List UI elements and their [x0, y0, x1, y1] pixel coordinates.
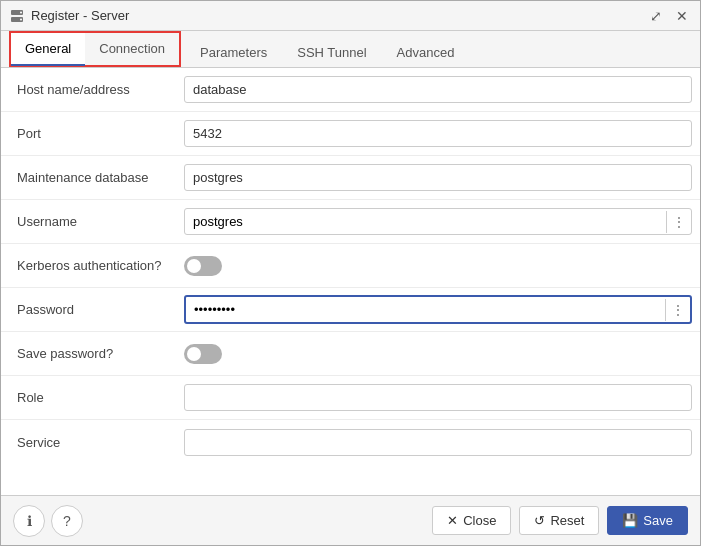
field-port [176, 114, 700, 153]
form-wrapper: Host name/address Port Maintenance datab… [1, 68, 700, 464]
label-port: Port [1, 118, 176, 149]
expand-button[interactable]: ⤢ [646, 6, 666, 26]
svg-point-2 [20, 11, 22, 13]
tabs-row: General Connection Parameters SSH Tunnel… [1, 31, 700, 68]
label-kerberos: Kerberos authentication? [1, 250, 176, 281]
close-button[interactable]: ✕ Close [432, 506, 511, 535]
label-service: Service [1, 427, 176, 458]
form-row-save-password: Save password? [1, 332, 700, 376]
username-side-button[interactable]: ⋮ [666, 211, 691, 233]
input-service[interactable] [184, 429, 692, 456]
info-icon: ℹ [27, 513, 32, 529]
field-maintenance-db [176, 158, 700, 197]
label-host: Host name/address [1, 74, 176, 105]
form-row-port: Port [1, 112, 700, 156]
dialog-window: Register - Server ⤢ ✕ General Connection… [0, 0, 701, 546]
form-row-password: Password ⋮ [1, 288, 700, 332]
save-icon: 💾 [622, 513, 638, 528]
label-password: Password [1, 294, 176, 325]
svg-point-3 [20, 18, 22, 20]
tab-advanced[interactable]: Advanced [382, 36, 470, 68]
help-button[interactable]: ? [51, 505, 83, 537]
input-maintenance-db[interactable] [184, 164, 692, 191]
toggle-save-password-thumb [187, 347, 201, 361]
tab-general[interactable]: General [11, 33, 85, 66]
password-input-group: ⋮ [184, 295, 692, 324]
close-label: Close [463, 513, 496, 528]
input-role[interactable] [184, 384, 692, 411]
tab-group-box: General Connection [9, 31, 181, 67]
label-save-password: Save password? [1, 338, 176, 369]
toggle-kerberos-thumb [187, 259, 201, 273]
reset-icon: ↺ [534, 513, 545, 528]
field-password: ⋮ [176, 289, 700, 330]
help-icon: ? [63, 513, 71, 529]
footer-right: ✕ Close ↺ Reset 💾 Save [432, 506, 688, 535]
close-icon: ✕ [447, 513, 458, 528]
form-row-maintenance-db: Maintenance database [1, 156, 700, 200]
field-host [176, 70, 700, 109]
footer: ℹ ? ✕ Close ↺ Reset 💾 Save [1, 495, 700, 545]
field-role [176, 378, 700, 417]
toggle-kerberos-track [184, 256, 222, 276]
toggle-save-password-track [184, 344, 222, 364]
label-username: Username [1, 206, 176, 237]
toggle-kerberos[interactable] [184, 256, 222, 276]
form-row-kerberos: Kerberos authentication? [1, 244, 700, 288]
info-button[interactable]: ℹ [13, 505, 45, 537]
tab-ssh-tunnel[interactable]: SSH Tunnel [282, 36, 381, 68]
form-row-username: Username ⋮ [1, 200, 700, 244]
form-row-host: Host name/address [1, 68, 700, 112]
title-bar: Register - Server ⤢ ✕ [1, 1, 700, 31]
close-title-button[interactable]: ✕ [672, 6, 692, 26]
tab-connection[interactable]: Connection [85, 33, 179, 66]
reset-button[interactable]: ↺ Reset [519, 506, 599, 535]
toggle-save-password[interactable] [184, 344, 222, 364]
input-host[interactable] [184, 76, 692, 103]
save-label: Save [643, 513, 673, 528]
field-service [176, 423, 700, 462]
form-table: Host name/address Port Maintenance datab… [1, 68, 700, 464]
field-save-password [176, 338, 700, 370]
field-username: ⋮ [176, 202, 700, 241]
input-username[interactable] [185, 209, 666, 234]
title-bar-controls: ⤢ ✕ [646, 6, 692, 26]
dialog-title: Register - Server [31, 8, 646, 23]
input-password[interactable] [186, 297, 665, 322]
field-kerberos [176, 250, 700, 282]
label-maintenance-db: Maintenance database [1, 162, 176, 193]
reset-label: Reset [550, 513, 584, 528]
password-side-button[interactable]: ⋮ [665, 299, 690, 321]
footer-left: ℹ ? [13, 505, 83, 537]
form-row-role: Role [1, 376, 700, 420]
form-row-service: Service [1, 420, 700, 464]
label-role: Role [1, 382, 176, 413]
tab-parameters[interactable]: Parameters [185, 36, 282, 68]
username-input-group: ⋮ [184, 208, 692, 235]
input-port[interactable] [184, 120, 692, 147]
server-icon [9, 8, 25, 24]
form-content: Host name/address Port Maintenance datab… [1, 68, 700, 495]
save-button[interactable]: 💾 Save [607, 506, 688, 535]
